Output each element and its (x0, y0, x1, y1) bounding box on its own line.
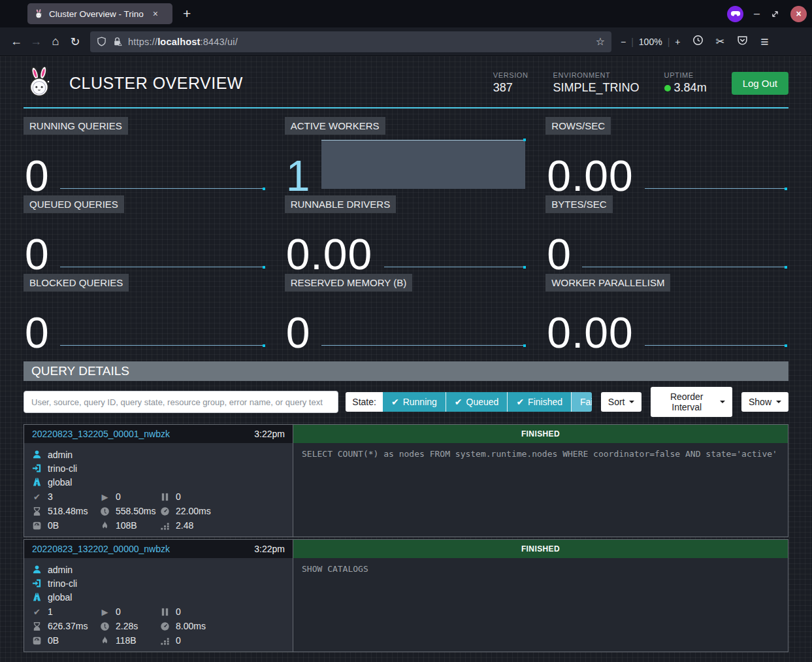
tab-close-icon[interactable]: × (153, 8, 158, 19)
current-memory-scale-icon (32, 636, 42, 646)
running-splits-play-icon: ▶ (100, 607, 110, 617)
version-info: VERSION 387 (493, 71, 528, 95)
sparkline (60, 267, 265, 267)
zoom-in-button[interactable]: + (675, 37, 680, 47)
back-icon[interactable]: ← (7, 35, 26, 48)
current-memory: 0B (48, 520, 59, 531)
tracking-shield-icon[interactable] (97, 37, 106, 46)
cumulative-memory-chart-icon (160, 636, 170, 646)
source-signin-icon (32, 578, 42, 588)
cumulative-memory-chart-icon (160, 521, 170, 531)
state-label: State: (346, 392, 383, 412)
tile-reserved-memory: RESERVED MEMORY (B) 0 (285, 273, 528, 352)
completed-splits-check-icon: ✔ (32, 492, 42, 502)
history-clock-icon[interactable] (687, 35, 709, 48)
state-queued-button[interactable]: ✔Queued (446, 392, 508, 412)
tile-runnable-drivers: RUNNABLE DRIVERS 0.00 (285, 195, 528, 273)
query-source: trino-cli (48, 578, 77, 589)
sparkline (645, 188, 787, 189)
uptime-status-dot (664, 85, 671, 91)
window-close-button[interactable]: × (790, 6, 807, 22)
completed-splits-check-icon: ✔ (32, 607, 42, 617)
pocket-icon[interactable] (731, 35, 753, 48)
trino-bunny-logo (24, 67, 56, 99)
total-wall-time: 2.28s (116, 621, 138, 631)
state-failed-dropdown[interactable]: Failed (571, 392, 592, 412)
lock-warning-icon[interactable] (112, 37, 122, 46)
show-dropdown[interactable]: Show (741, 392, 788, 412)
query-details-header: QUERY DETAILS (24, 361, 788, 381)
check-icon: ✔ (391, 397, 399, 407)
resource-group-road-icon (32, 477, 42, 487)
query-row: 20220823_132202_00000_nwbzk 3:22pm admin… (24, 539, 788, 652)
running-splits: 0 (116, 606, 121, 617)
query-time: 3:22pm (254, 544, 285, 554)
wall-time-hourglass-icon (32, 621, 42, 631)
query-user: admin (48, 565, 73, 575)
running-splits: 0 (116, 491, 121, 502)
minimize-button[interactable]: – (754, 8, 760, 20)
trino-cluster-overview-page: CLUSTER OVERVIEW VERSION 387 ENVIRONMENT… (0, 56, 812, 662)
query-sql-text: SHOW CATALOGS (293, 558, 788, 580)
total-wall-time: 558.50ms (116, 506, 155, 516)
total-time-clock-icon (100, 506, 110, 516)
home-icon[interactable]: ⌂ (46, 35, 65, 48)
current-memory: 0B (48, 635, 59, 646)
state-finished-button[interactable]: ✔Finished (507, 392, 571, 412)
query-resource-group: global (48, 592, 72, 603)
maximize-button[interactable] (770, 9, 780, 19)
mask-icon (730, 8, 741, 20)
page-title: CLUSTER OVERVIEW (69, 74, 243, 93)
cumulative-memory: 2.48 (176, 520, 193, 531)
tab-title: Cluster Overview - Trino (49, 9, 144, 19)
state-running-button[interactable]: ✔Running (383, 392, 446, 412)
page-header: CLUSTER OVERVIEW VERSION 387 ENVIRONMENT… (24, 56, 788, 108)
cpu-time-gauge-icon (160, 621, 170, 631)
zoom-level[interactable]: 100% (639, 37, 662, 47)
cpu-time-gauge-icon (160, 506, 170, 516)
reload-icon[interactable]: ↻ (65, 35, 85, 49)
browser-toolbar: ← → ⌂ ↻ https://localhost:8443/ui/ ☆ − |… (0, 27, 812, 56)
wall-time: 518.48ms (48, 506, 88, 516)
queued-splits-pause-icon (160, 607, 170, 617)
cpu-time: 8.00ms (176, 621, 206, 631)
screenshot-scissors-icon[interactable]: ✂ (709, 35, 731, 48)
tile-running-queries: RUNNING QUERIES 0 (24, 116, 267, 195)
queued-splits: 0 (176, 606, 181, 617)
peak-memory: 118B (116, 635, 137, 646)
zoom-out-button[interactable]: − (621, 37, 626, 47)
query-search-input[interactable] (24, 391, 338, 413)
query-id-link[interactable]: 20220823_132202_00000_nwbzk (32, 544, 170, 554)
running-splits-play-icon: ▶ (100, 492, 110, 502)
url-bar[interactable]: https://localhost:8443/ui/ ☆ (90, 31, 611, 52)
sparkline (384, 267, 526, 267)
tile-blocked-queries: BLOCKED QUERIES 0 (24, 273, 267, 352)
query-id-link[interactable]: 20220823_132205_00001_nwbzk (32, 429, 170, 439)
separator: | (631, 37, 634, 47)
forward-icon[interactable]: → (26, 35, 46, 48)
logout-button[interactable]: Log Out (732, 72, 788, 95)
reorder-interval-dropdown[interactable]: Reorder Interval (651, 387, 732, 417)
private-mask-icon[interactable] (727, 6, 743, 22)
chevron-down-icon (776, 401, 781, 403)
completed-splits: 3 (48, 491, 53, 502)
sort-dropdown[interactable]: Sort (601, 392, 642, 412)
browser-tab[interactable]: Cluster Overview - Trino × (27, 3, 172, 24)
tile-queued-queries: QUEUED QUERIES 0 (24, 195, 267, 273)
user-icon (32, 565, 42, 574)
query-state-bar: FINISHED (293, 425, 788, 443)
environment-info: ENVIRONMENT SIMPLE_TRINO (553, 71, 640, 95)
tile-rows-per-sec: ROWS/SEC 0.00 (545, 116, 788, 195)
menu-icon[interactable]: ≡ (753, 34, 775, 50)
tile-active-workers: ACTIVE WORKERS 1 (285, 116, 528, 195)
sparkline (582, 267, 787, 267)
query-state-bar: FINISHED (293, 540, 788, 558)
new-tab-button[interactable]: + (183, 6, 191, 22)
query-sql-text: SELECT COUNT(*) as nodes FROM system.run… (293, 443, 788, 465)
browser-tab-bar: Cluster Overview - Trino × + – × (0, 0, 812, 27)
sparkline (60, 345, 265, 346)
check-icon: ✔ (516, 397, 524, 407)
uptime-info: UPTIME 3.84m (664, 71, 707, 95)
bookmark-star-icon[interactable]: ☆ (596, 35, 605, 48)
stat-tiles: RUNNING QUERIES 0 ACTIVE WORKERS 1 ROWS/… (24, 116, 788, 352)
